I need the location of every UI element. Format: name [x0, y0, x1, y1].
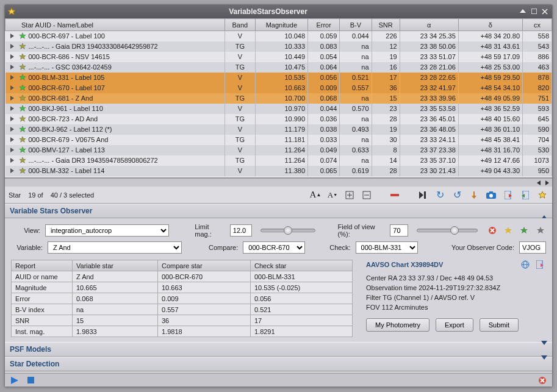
svg-marker-11: [19, 95, 25, 101]
fov-slider[interactable]: [417, 229, 478, 232]
variable-select[interactable]: Z And: [48, 241, 182, 254]
run-icon[interactable]: [9, 374, 21, 387]
table-row[interactable]: 000-BKJ-962 - Label 112 (*)V11.1790.0380…: [5, 124, 552, 135]
disclosure-icon[interactable]: [10, 54, 14, 59]
section3-expand-icon[interactable]: [541, 360, 547, 368]
table-row[interactable]: 000-BCR-679 - V0675 AndTG11.1810.033na30…: [5, 135, 552, 145]
disclosure-icon[interactable]: [10, 148, 14, 152]
star-table-container: Star AUID - Name/LabelBandMagnitudeError…: [5, 18, 552, 178]
col-header[interactable]: SNR: [372, 19, 400, 31]
redo-icon[interactable]: ↻: [434, 189, 446, 201]
section-psf-models[interactable]: PSF Models: [5, 342, 552, 357]
svg-marker-7: [19, 54, 25, 59]
report-table: ReportVariable starCompare starCheck sta…: [11, 260, 353, 337]
footer-clear-icon[interactable]: [536, 374, 548, 387]
check-select[interactable]: 000-BLM-331: [356, 241, 418, 254]
limit-mag-slider[interactable]: [261, 229, 315, 232]
obscode-input[interactable]: [519, 241, 546, 254]
col-header[interactable]: δ: [458, 19, 522, 31]
disclosure-icon[interactable]: [10, 85, 14, 90]
star-name: ...-...-... - Gaia DR3 19403330846429598…: [29, 43, 158, 50]
titlebar[interactable]: VariableStarsObserver: [5, 5, 552, 18]
table-row[interactable]: 000-BLM-331 - Label 105V10.5350.0560.521…: [5, 73, 552, 83]
star-yellow-icon[interactable]: [503, 224, 514, 237]
table-row[interactable]: 000-BCR-697 - Label 100V10.0480.0590.044…: [5, 31, 552, 41]
camera-icon[interactable]: [485, 189, 497, 201]
table-row[interactable]: 000-BCR-723 - AD AndTG10.9900.036na2823 …: [5, 114, 552, 124]
col-header[interactable]: Star AUID - Name/Label: [5, 19, 225, 31]
fov-input[interactable]: [390, 224, 408, 237]
view-select[interactable]: integration_autocrop: [45, 224, 170, 237]
table-row[interactable]: 000-BMV-127 - Label 113V11.2640.0490.633…: [5, 145, 552, 155]
star-name: 000-BLM-331 - Label 105: [29, 74, 105, 81]
font-increase-icon[interactable]: A▲: [309, 189, 322, 201]
col-header[interactable]: cx: [523, 19, 552, 31]
limit-mag-input[interactable]: [230, 224, 252, 237]
submit-button[interactable]: Submit: [480, 318, 519, 332]
star-gray-icon[interactable]: [535, 224, 546, 237]
export-button[interactable]: Export: [436, 318, 473, 332]
stop-icon[interactable]: [24, 374, 37, 387]
status-total: 40 / 3 selected: [51, 191, 95, 199]
svg-marker-12: [19, 105, 25, 111]
star-name: 000-BLM-332 - Label 114: [29, 167, 105, 174]
skip-icon[interactable]: [417, 189, 429, 201]
table-row[interactable]: 000-BCR-670 - Label 107V10.6630.0090.557…: [5, 83, 552, 93]
disclosure-icon[interactable]: [10, 127, 14, 132]
h-scrollbar[interactable]: [5, 178, 552, 187]
disclosure-icon[interactable]: [10, 137, 14, 142]
table-row[interactable]: 000-BKJ-961 - Label 110V10.9700.0440.570…: [5, 104, 552, 114]
expand-icon[interactable]: [343, 189, 356, 201]
disclosure-icon[interactable]: [10, 34, 14, 38]
collapse-icon[interactable]: [361, 189, 373, 201]
report-col-header: Variable star: [73, 260, 158, 271]
obscode-label: Your Observer Code:: [451, 244, 514, 251]
section3-title: Star Detection: [10, 360, 59, 368]
svg-rect-51: [27, 377, 34, 383]
table-row[interactable]: 000-BCR-681 - Z AndTG10.7000.068na1523 3…: [5, 93, 552, 104]
section1-collapse-icon[interactable]: [541, 207, 547, 215]
shade-button[interactable]: [518, 7, 528, 16]
download-icon[interactable]: [468, 189, 480, 201]
table-row[interactable]: ...-...-... - GSC 03642-02459TG10.4750.0…: [5, 62, 552, 73]
scroll-right-icon[interactable]: [544, 180, 550, 186]
disclosure-icon[interactable]: [10, 44, 14, 49]
close-button[interactable]: [540, 7, 550, 16]
col-header[interactable]: B-V: [340, 19, 372, 31]
section2-expand-icon[interactable]: [541, 345, 547, 354]
undo-icon[interactable]: ↺: [451, 189, 463, 201]
doc-in-icon[interactable]: [519, 189, 531, 201]
disclosure-icon[interactable]: [10, 75, 14, 80]
col-header[interactable]: Band: [225, 19, 256, 31]
table-row[interactable]: 000-BLM-332 - Label 114V11.3800.0650.619…: [5, 166, 552, 176]
scroll-left-icon[interactable]: [536, 180, 542, 186]
doc-out-icon[interactable]: [502, 189, 514, 201]
disclosure-icon[interactable]: [10, 96, 14, 101]
section-star-detection[interactable]: Star Detection: [5, 357, 552, 371]
disclosure-icon[interactable]: [10, 106, 14, 111]
star-table[interactable]: Star AUID - Name/LabelBandMagnitudeError…: [5, 18, 552, 176]
remove-icon[interactable]: [389, 189, 401, 201]
font-decrease-icon[interactable]: A▼: [326, 189, 339, 201]
table-row[interactable]: ...-...-... - Gaia DR3 19403330846429598…: [5, 41, 552, 52]
maximize-button[interactable]: [529, 7, 539, 16]
compare-select[interactable]: 000-BCR-670: [243, 241, 305, 254]
section-variable-stars-observer[interactable]: Variable Stars Observer: [5, 204, 552, 218]
disclosure-icon[interactable]: [10, 168, 14, 173]
info-line: Center RA 23 33 37.93 / Dec +48 49 04.53: [366, 273, 546, 283]
clear-icon[interactable]: [486, 224, 497, 237]
globe-icon[interactable]: [519, 258, 531, 271]
disclosure-icon[interactable]: [10, 158, 14, 163]
col-header[interactable]: Magnitude: [255, 19, 307, 31]
table-row[interactable]: 000-BCR-686 - NSV 14615V10.4490.054na192…: [5, 52, 552, 62]
my-photometry-button[interactable]: My Photometry: [366, 318, 429, 332]
col-header[interactable]: α: [400, 19, 458, 31]
col-header[interactable]: Error: [308, 19, 340, 31]
open-external-icon[interactable]: [534, 258, 546, 271]
table-row[interactable]: ...-...-... - Gaia DR3 19435947858908062…: [5, 155, 552, 166]
disclosure-icon[interactable]: [10, 65, 14, 69]
star-green-icon[interactable]: [519, 224, 530, 237]
svg-marker-27: [419, 191, 423, 199]
star-add-icon[interactable]: [536, 189, 548, 201]
disclosure-icon[interactable]: [10, 116, 14, 121]
